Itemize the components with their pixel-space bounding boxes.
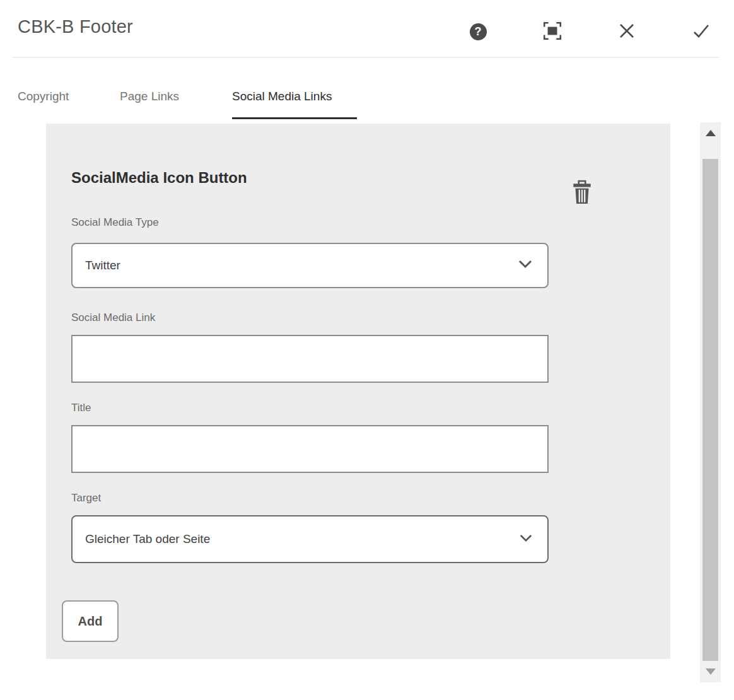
confirm-button[interactable] <box>690 20 713 43</box>
help-icon: ? <box>470 23 487 40</box>
header-divider <box>13 57 719 58</box>
tab-bar: Copyright Page Links Social Media Links <box>0 90 734 115</box>
target-label: Target <box>71 492 101 505</box>
target-value: Gleicher Tab oder Seite <box>85 532 520 546</box>
header-actions: ? <box>467 19 713 44</box>
social-media-link-input[interactable] <box>71 335 549 383</box>
delete-item-button[interactable] <box>568 179 596 207</box>
social-media-type-select[interactable]: Twitter <box>71 243 549 288</box>
help-button[interactable]: ? <box>467 20 489 43</box>
fullscreen-button[interactable] <box>541 20 564 43</box>
panel-heading: SocialMedia Icon Button <box>71 169 247 187</box>
title-label: Title <box>71 402 91 414</box>
close-icon <box>618 22 636 42</box>
chevron-down-icon <box>518 260 532 271</box>
social-media-link-label: Social Media Link <box>71 312 155 324</box>
scroll-up-icon[interactable] <box>706 130 716 136</box>
scroll-down-icon[interactable] <box>706 668 716 675</box>
social-media-type-value: Twitter <box>85 259 518 272</box>
social-media-type-label: Social Media Type <box>71 216 159 229</box>
vertical-scrollbar[interactable] <box>700 122 721 682</box>
active-tab-underline <box>232 117 357 119</box>
tab-page-links[interactable]: Page Links <box>120 90 179 103</box>
scrollbar-thumb[interactable] <box>702 159 718 661</box>
add-button[interactable]: Add <box>62 600 119 642</box>
tab-social-media-links[interactable]: Social Media Links <box>232 90 332 103</box>
close-button[interactable] <box>615 20 638 43</box>
chevron-down-icon <box>520 534 532 545</box>
title-input[interactable] <box>71 425 549 473</box>
tab-copyright[interactable]: Copyright <box>18 90 69 103</box>
trash-icon <box>571 180 593 207</box>
target-select[interactable]: Gleicher Tab oder Seite <box>71 515 549 563</box>
fullscreen-icon <box>542 21 562 43</box>
confirm-icon <box>692 21 711 42</box>
dialog-title: CBK-B Footer <box>18 16 133 37</box>
